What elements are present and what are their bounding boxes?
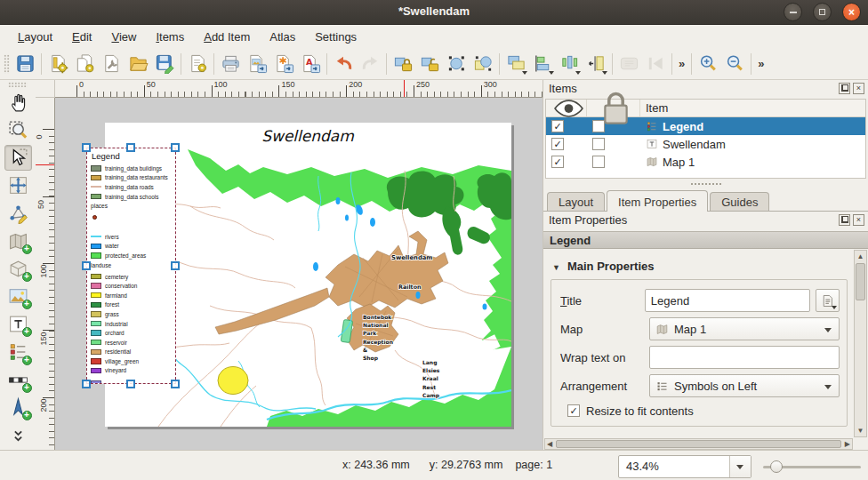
resize-to-fit-checkbox[interactable]: ✓ (567, 404, 580, 417)
save-as-template-button[interactable] (152, 52, 177, 76)
legend-entry-label: vineyard (105, 367, 126, 373)
legend-entry: industrial (91, 319, 175, 329)
zoom-combo-dropdown-icon[interactable] (729, 456, 751, 477)
vertical-ruler[interactable]: 050100150200 (36, 98, 55, 450)
export-as-svg-button[interactable] (271, 52, 296, 76)
vertical-scrollbar[interactable]: ▲ ▼ (854, 250, 867, 437)
menu-edit[interactable]: Edit (63, 28, 100, 46)
selection-handle[interactable] (82, 380, 91, 388)
save-project-button[interactable] (12, 52, 37, 76)
data-defined-override-button[interactable] (816, 289, 840, 312)
main-properties-section[interactable]: ▼Main Properties (552, 260, 654, 273)
wrap-text-input[interactable] (649, 346, 840, 369)
lock-items-button[interactable] (390, 52, 415, 76)
legend-item-selected[interactable]: Legend training_data buildingstraining_d… (86, 148, 176, 384)
add-picture-tool[interactable]: + (4, 284, 32, 309)
lock-checkbox[interactable] (592, 138, 605, 150)
add-label-tool[interactable]: + (4, 311, 32, 337)
add-legend-tool[interactable]: + (4, 339, 32, 364)
new-from-template-button[interactable] (185, 52, 210, 76)
panel-splitter[interactable] (543, 180, 868, 188)
open-layout-button[interactable] (125, 52, 150, 76)
pan-layout-tool[interactable] (4, 90, 32, 116)
selection-handle[interactable] (126, 380, 135, 388)
move-item-content-tool[interactable] (4, 172, 32, 198)
menu-layout[interactable]: Layout (9, 28, 61, 46)
lock-checkbox[interactable] (592, 120, 605, 132)
selection-handle[interactable] (171, 261, 180, 270)
toolbar-grip[interactable] (4, 54, 10, 74)
new-layout-button[interactable] (45, 52, 70, 76)
item-properties-float-icon[interactable] (839, 214, 850, 226)
scroll-right-icon[interactable]: ▶ (845, 439, 850, 450)
horizontal-scrollbar-thumb[interactable] (556, 440, 841, 448)
toolbox-overflow-tool[interactable] (4, 423, 32, 449)
zoom-slider[interactable] (763, 466, 861, 468)
print-layout-button[interactable] (218, 52, 243, 76)
menu-view[interactable]: View (102, 28, 145, 46)
zoom-slider-handle[interactable] (770, 460, 783, 473)
toolbar-overflow-icon[interactable]: » (675, 57, 688, 70)
select-move-item-tool[interactable] (4, 145, 32, 171)
scroll-down-icon[interactable]: ▼ (855, 425, 866, 436)
legend-title-input[interactable] (645, 289, 810, 312)
export-as-image-button[interactable] (245, 52, 269, 76)
menu-atlas[interactable]: Atlas (261, 28, 304, 46)
item-properties-close-icon[interactable]: × (853, 214, 864, 226)
select-all-items-button[interactable] (444, 52, 469, 76)
horizontal-ruler[interactable]: 050100150200250300 (55, 80, 542, 98)
horizontal-scrollbar[interactable]: ◀ ▶ (544, 438, 853, 450)
zoom-level-combo[interactable]: 43.4% (618, 455, 751, 478)
items-panel-float-icon[interactable] (839, 83, 850, 94)
scroll-left-icon[interactable]: ◀ (547, 439, 552, 450)
duplicate-layout-button[interactable] (72, 52, 97, 76)
selection-handle[interactable] (126, 143, 135, 152)
item-properties-panel-title: Item Properties (549, 213, 627, 229)
menu-add-item[interactable]: Add Item (195, 28, 259, 46)
zoom-out-button[interactable] (722, 52, 747, 76)
selection-handle[interactable] (82, 143, 91, 152)
zoom-in-button[interactable] (695, 52, 720, 76)
atlas-first-feature-button[interactable] (643, 52, 668, 76)
raise-items-button[interactable] (503, 52, 528, 76)
vertical-scrollbar-thumb[interactable] (856, 263, 865, 300)
edit-nodes-item-tool[interactable] (4, 200, 32, 226)
close-button[interactable]: × (842, 3, 861, 21)
visibility-checkbox[interactable]: ✓ (551, 138, 564, 150)
maximize-button[interactable] (813, 3, 832, 21)
lock-checkbox[interactable] (592, 156, 605, 168)
map-select[interactable]: Map 1 (649, 317, 840, 340)
zoom-layout-tool[interactable] (4, 117, 32, 143)
layout-manager-button[interactable] (99, 52, 124, 76)
add-scalebar-tool[interactable]: + (4, 367, 32, 393)
deselect-all-items-button[interactable] (470, 52, 495, 76)
unlock-items-button[interactable] (417, 52, 442, 76)
add-map-tool[interactable]: + (4, 228, 32, 254)
tab-guides[interactable]: Guides (710, 192, 769, 211)
menu-settings[interactable]: Settings (306, 28, 366, 46)
title-bar: *Swellendam × (0, 0, 868, 25)
legend-entry: grass (91, 309, 175, 319)
selection-handle[interactable] (82, 261, 91, 270)
visibility-checkbox[interactable]: ✓ (551, 156, 564, 168)
toolbar-overflow-2-icon[interactable]: » (754, 57, 768, 70)
scroll-up-icon[interactable]: ▲ (855, 251, 866, 262)
tab-layout[interactable]: Layout (547, 192, 605, 211)
vruler-tick-label: 0 (36, 134, 44, 139)
undo-button[interactable] (331, 52, 356, 76)
items-panel-close-icon[interactable]: × (853, 83, 864, 94)
menu-items[interactable]: Items (147, 28, 193, 46)
arrangement-select[interactable]: Symbols on Left (649, 374, 840, 397)
layout-viewport[interactable]: Swellendam Railton BontebokNationalParkR… (55, 98, 542, 450)
toolbox-grip[interactable] (8, 82, 28, 87)
export-as-pdf-button[interactable] (298, 52, 323, 76)
tab-item-properties[interactable]: Item Properties (607, 190, 708, 212)
redo-button[interactable] (358, 52, 382, 76)
selection-handle[interactable] (171, 380, 180, 388)
page-title-label[interactable]: Swellendam (261, 127, 354, 145)
add-north-arrow-tool[interactable]: + (4, 395, 32, 420)
visibility-checkbox[interactable]: ✓ (551, 120, 564, 132)
add-3d-map-tool[interactable]: + (4, 256, 32, 282)
minimize-button[interactable] (784, 3, 802, 21)
selection-handle[interactable] (171, 143, 180, 152)
